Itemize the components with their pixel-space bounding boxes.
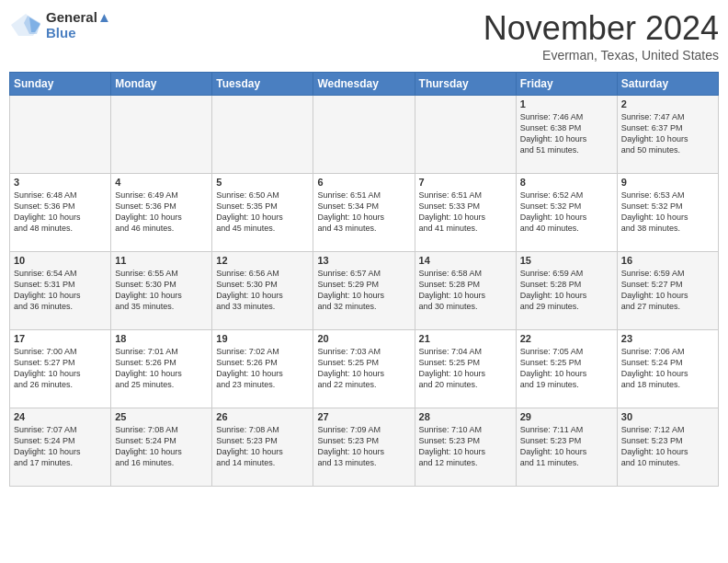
day-number: 13 bbox=[317, 255, 410, 266]
cell-content: Sunrise: 6:58 AM Sunset: 5:28 PM Dayligh… bbox=[419, 268, 512, 313]
cell-content: Sunrise: 6:48 AM Sunset: 5:36 PM Dayligh… bbox=[14, 190, 107, 235]
calendar-cell: 6Sunrise: 6:51 AM Sunset: 5:34 PM Daylig… bbox=[313, 174, 415, 252]
weekday-header-friday: Friday bbox=[516, 73, 617, 96]
calendar-cell: 18Sunrise: 7:01 AM Sunset: 5:26 PM Dayli… bbox=[111, 330, 212, 408]
cell-content: Sunrise: 7:07 AM Sunset: 5:24 PM Dayligh… bbox=[14, 424, 107, 469]
calendar-cell: 24Sunrise: 7:07 AM Sunset: 5:24 PM Dayli… bbox=[10, 408, 111, 487]
calendar-cell: 22Sunrise: 7:05 AM Sunset: 5:25 PM Dayli… bbox=[516, 330, 617, 408]
calendar-cell: 29Sunrise: 7:11 AM Sunset: 5:23 PM Dayli… bbox=[516, 408, 617, 487]
day-number: 22 bbox=[520, 333, 613, 344]
day-number: 15 bbox=[520, 255, 613, 266]
day-number: 21 bbox=[419, 333, 512, 344]
cell-content: Sunrise: 7:00 AM Sunset: 5:27 PM Dayligh… bbox=[14, 346, 107, 391]
day-number: 25 bbox=[115, 411, 208, 422]
logo-text: General▲ Blue bbox=[46, 9, 111, 40]
weekday-header-tuesday: Tuesday bbox=[212, 73, 313, 96]
calendar-cell: 8Sunrise: 6:52 AM Sunset: 5:32 PM Daylig… bbox=[516, 174, 617, 252]
day-number: 16 bbox=[621, 255, 714, 266]
calendar-cell bbox=[415, 96, 516, 174]
cell-content: Sunrise: 7:02 AM Sunset: 5:26 PM Dayligh… bbox=[216, 346, 309, 391]
calendar-cell: 14Sunrise: 6:58 AM Sunset: 5:28 PM Dayli… bbox=[415, 252, 516, 330]
calendar-cell: 3Sunrise: 6:48 AM Sunset: 5:36 PM Daylig… bbox=[10, 174, 111, 252]
calendar-cell: 2Sunrise: 7:47 AM Sunset: 6:37 PM Daylig… bbox=[617, 96, 718, 174]
logo: General▲ Blue bbox=[9, 9, 111, 40]
week-row-5: 24Sunrise: 7:07 AM Sunset: 5:24 PM Dayli… bbox=[10, 408, 719, 487]
calendar-cell: 20Sunrise: 7:03 AM Sunset: 5:25 PM Dayli… bbox=[313, 330, 415, 408]
calendar-cell: 7Sunrise: 6:51 AM Sunset: 5:33 PM Daylig… bbox=[415, 174, 516, 252]
calendar-cell: 1Sunrise: 7:46 AM Sunset: 6:38 PM Daylig… bbox=[516, 96, 617, 174]
weekday-header-monday: Monday bbox=[111, 73, 212, 96]
calendar-cell: 10Sunrise: 6:54 AM Sunset: 5:31 PM Dayli… bbox=[10, 252, 111, 330]
calendar-cell: 4Sunrise: 6:49 AM Sunset: 5:36 PM Daylig… bbox=[111, 174, 212, 252]
calendar-cell: 11Sunrise: 6:55 AM Sunset: 5:30 PM Dayli… bbox=[111, 252, 212, 330]
day-number: 26 bbox=[216, 411, 309, 422]
calendar-cell: 27Sunrise: 7:09 AM Sunset: 5:23 PM Dayli… bbox=[313, 408, 415, 487]
calendar-cell: 17Sunrise: 7:00 AM Sunset: 5:27 PM Dayli… bbox=[10, 330, 111, 408]
day-number: 27 bbox=[317, 411, 410, 422]
cell-content: Sunrise: 6:59 AM Sunset: 5:27 PM Dayligh… bbox=[621, 268, 714, 313]
cell-content: Sunrise: 6:50 AM Sunset: 5:35 PM Dayligh… bbox=[216, 190, 309, 235]
day-number: 28 bbox=[419, 411, 512, 422]
day-number: 5 bbox=[216, 177, 309, 188]
cell-content: Sunrise: 6:54 AM Sunset: 5:31 PM Dayligh… bbox=[14, 268, 107, 313]
day-number: 7 bbox=[419, 177, 512, 188]
cell-content: Sunrise: 6:56 AM Sunset: 5:30 PM Dayligh… bbox=[216, 268, 309, 313]
calendar-cell bbox=[212, 96, 313, 174]
weekday-header-row: SundayMondayTuesdayWednesdayThursdayFrid… bbox=[10, 73, 719, 96]
day-number: 1 bbox=[520, 98, 613, 109]
day-number: 29 bbox=[520, 411, 613, 422]
calendar-table: SundayMondayTuesdayWednesdayThursdayFrid… bbox=[9, 72, 719, 487]
title-block: November 2024 Everman, Texas, United Sta… bbox=[483, 9, 719, 63]
calendar-cell: 5Sunrise: 6:50 AM Sunset: 5:35 PM Daylig… bbox=[212, 174, 313, 252]
day-number: 8 bbox=[520, 177, 613, 188]
cell-content: Sunrise: 7:03 AM Sunset: 5:25 PM Dayligh… bbox=[317, 346, 410, 391]
day-number: 30 bbox=[621, 411, 714, 422]
weekday-header-saturday: Saturday bbox=[617, 73, 718, 96]
calendar-cell: 30Sunrise: 7:12 AM Sunset: 5:23 PM Dayli… bbox=[617, 408, 718, 487]
calendar-cell bbox=[10, 96, 111, 174]
cell-content: Sunrise: 7:05 AM Sunset: 5:25 PM Dayligh… bbox=[520, 346, 613, 391]
day-number: 23 bbox=[621, 333, 714, 344]
day-number: 2 bbox=[621, 98, 714, 109]
cell-content: Sunrise: 7:08 AM Sunset: 5:23 PM Dayligh… bbox=[216, 424, 309, 469]
weekday-header-sunday: Sunday bbox=[10, 73, 111, 96]
page-header: General▲ Blue November 2024 Everman, Tex… bbox=[9, 9, 719, 63]
day-number: 18 bbox=[115, 333, 208, 344]
calendar-cell: 12Sunrise: 6:56 AM Sunset: 5:30 PM Dayli… bbox=[212, 252, 313, 330]
calendar-cell: 25Sunrise: 7:08 AM Sunset: 5:24 PM Dayli… bbox=[111, 408, 212, 487]
week-row-2: 3Sunrise: 6:48 AM Sunset: 5:36 PM Daylig… bbox=[10, 174, 719, 252]
day-number: 12 bbox=[216, 255, 309, 266]
calendar-cell: 16Sunrise: 6:59 AM Sunset: 5:27 PM Dayli… bbox=[617, 252, 718, 330]
day-number: 24 bbox=[14, 411, 107, 422]
cell-content: Sunrise: 6:53 AM Sunset: 5:32 PM Dayligh… bbox=[621, 190, 714, 235]
weekday-header-wednesday: Wednesday bbox=[313, 73, 415, 96]
calendar-cell: 15Sunrise: 6:59 AM Sunset: 5:28 PM Dayli… bbox=[516, 252, 617, 330]
cell-content: Sunrise: 6:51 AM Sunset: 5:34 PM Dayligh… bbox=[317, 190, 410, 235]
weekday-header-thursday: Thursday bbox=[415, 73, 516, 96]
calendar-cell: 28Sunrise: 7:10 AM Sunset: 5:23 PM Dayli… bbox=[415, 408, 516, 487]
cell-content: Sunrise: 7:06 AM Sunset: 5:24 PM Dayligh… bbox=[621, 346, 714, 391]
cell-content: Sunrise: 7:46 AM Sunset: 6:38 PM Dayligh… bbox=[520, 111, 613, 156]
day-number: 9 bbox=[621, 177, 714, 188]
cell-content: Sunrise: 7:12 AM Sunset: 5:23 PM Dayligh… bbox=[621, 424, 714, 469]
day-number: 6 bbox=[317, 177, 410, 188]
cell-content: Sunrise: 7:10 AM Sunset: 5:23 PM Dayligh… bbox=[419, 424, 512, 469]
day-number: 17 bbox=[14, 333, 107, 344]
day-number: 11 bbox=[115, 255, 208, 266]
cell-content: Sunrise: 7:47 AM Sunset: 6:37 PM Dayligh… bbox=[621, 111, 714, 156]
month-title: November 2024 bbox=[483, 9, 719, 48]
week-row-3: 10Sunrise: 6:54 AM Sunset: 5:31 PM Dayli… bbox=[10, 252, 719, 330]
day-number: 3 bbox=[14, 177, 107, 188]
calendar-cell bbox=[111, 96, 212, 174]
calendar-cell: 21Sunrise: 7:04 AM Sunset: 5:25 PM Dayli… bbox=[415, 330, 516, 408]
calendar-cell: 9Sunrise: 6:53 AM Sunset: 5:32 PM Daylig… bbox=[617, 174, 718, 252]
cell-content: Sunrise: 7:01 AM Sunset: 5:26 PM Dayligh… bbox=[115, 346, 208, 391]
week-row-1: 1Sunrise: 7:46 AM Sunset: 6:38 PM Daylig… bbox=[10, 96, 719, 174]
day-number: 14 bbox=[419, 255, 512, 266]
cell-content: Sunrise: 7:04 AM Sunset: 5:25 PM Dayligh… bbox=[419, 346, 512, 391]
cell-content: Sunrise: 6:51 AM Sunset: 5:33 PM Dayligh… bbox=[419, 190, 512, 235]
cell-content: Sunrise: 7:11 AM Sunset: 5:23 PM Dayligh… bbox=[520, 424, 613, 469]
cell-content: Sunrise: 6:55 AM Sunset: 5:30 PM Dayligh… bbox=[115, 268, 208, 313]
cell-content: Sunrise: 7:09 AM Sunset: 5:23 PM Dayligh… bbox=[317, 424, 410, 469]
cell-content: Sunrise: 6:57 AM Sunset: 5:29 PM Dayligh… bbox=[317, 268, 410, 313]
